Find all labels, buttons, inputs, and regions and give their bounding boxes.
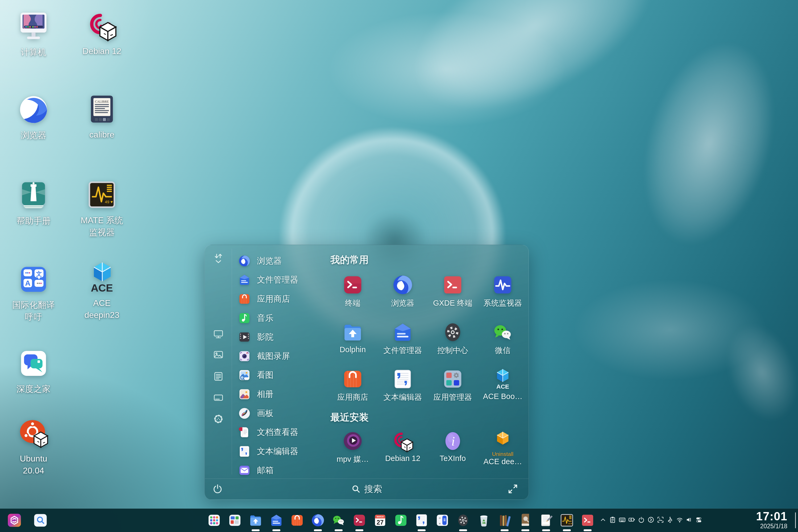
desktop-item-translate[interactable]: 文A国际化翻译 呼吁 — [0, 263, 68, 323]
tray-vol-icon[interactable] — [685, 516, 693, 524]
list-item-music[interactable]: 音乐 — [236, 308, 328, 328]
desktop-item-ace-deepin-desktop[interactable]: ACEACE deepin23 — [67, 262, 136, 321]
taskbar-app-music[interactable] — [394, 513, 408, 528]
taskbar-app-text-editor[interactable] — [414, 513, 429, 528]
tray-power-icon[interactable] — [637, 516, 645, 524]
movie-icon — [238, 330, 251, 344]
category-pictures-icon[interactable] — [212, 349, 224, 361]
list-item-docviewer[interactable]: 文档查看器 — [236, 423, 328, 442]
grid-item-wechat[interactable]: 微信 — [478, 321, 528, 356]
grid-item-recent-ace-orange[interactable]: UninstallACE dee… — [478, 430, 528, 466]
grid-item-filemanager[interactable]: 文件管理器 — [378, 321, 428, 356]
grid-item-texteditor[interactable]: 文本编辑器 — [378, 367, 428, 403]
list-item-album[interactable]: 相册 — [236, 385, 328, 404]
list-item-label: 看图 — [257, 369, 273, 381]
category-dock-icon[interactable] — [212, 392, 224, 403]
category-documents-icon[interactable] — [212, 370, 224, 382]
list-item-screenshot[interactable]: 截图录屏 — [236, 347, 328, 366]
list-item-draw[interactable]: 画板 — [236, 404, 328, 423]
taskbar-gxde-launcher-button[interactable] — [7, 513, 22, 528]
taskbar-app-notes[interactable] — [539, 513, 554, 528]
taskbar-app-mate-system-monitor[interactable]: 49 ♥ — [559, 513, 574, 528]
browser-icon — [238, 254, 251, 268]
tray-wifi-icon[interactable] — [676, 516, 684, 524]
tray-clipboard-icon[interactable] — [609, 516, 616, 524]
draw-icon — [238, 407, 251, 420]
taskbar-app-file-manager[interactable] — [269, 513, 284, 528]
launcher-search-bar[interactable]: 搜索 — [205, 478, 529, 499]
viewer-icon — [238, 368, 251, 382]
clock[interactable]: 17:01 2025/1/18 — [756, 510, 787, 529]
desktop-item-debian-box[interactable]: Debian 12 — [67, 10, 136, 57]
taskbar-app-calendar[interactable]: MARCH27 — [373, 513, 387, 528]
taskbar-app-browser[interactable] — [310, 513, 325, 528]
grid-item-appstore[interactable]: 应用商店 — [328, 367, 378, 403]
desktop-item-help-manual[interactable]: 帮助手册 — [0, 179, 68, 227]
svg-text:MARCH: MARCH — [377, 516, 384, 518]
grid-item-terminal-gxde[interactable]: GXDE 终端 — [428, 273, 478, 308]
list-item-appstore[interactable]: 应用商店 — [236, 289, 328, 308]
category-display-icon[interactable] — [212, 328, 224, 340]
docviewer-icon — [238, 425, 251, 439]
tray-next-icon[interactable] — [647, 516, 655, 524]
taskbar-app-app-store[interactable] — [290, 513, 305, 528]
taskbar-app-help-viewer[interactable] — [518, 513, 533, 528]
desktop-item-deepin-home[interactable]: 深度之家 — [0, 347, 68, 395]
desktop-item-mate-monitor[interactable]: 49 ♥MATE 系统 监视器 — [67, 179, 136, 239]
desktop-item-browser-desktop[interactable]: 浏览器 — [0, 94, 68, 141]
sort-order-icon[interactable] — [212, 251, 225, 266]
taskbar-app-calibre[interactable] — [497, 513, 512, 528]
taskbar-app-control-center[interactable] — [456, 513, 471, 528]
desktop-item-computer[interactable]: 计算机 — [0, 11, 68, 58]
taskbar-app-launcher[interactable] — [207, 513, 222, 528]
list-item-browser[interactable]: 浏览器 — [236, 251, 328, 270]
deepin-home-icon — [18, 347, 50, 379]
taskbar-app-gxde-terminal[interactable] — [580, 513, 595, 528]
grid-item-recent-mpv[interactable]: mpv 媒… — [328, 430, 378, 465]
running-indicator — [252, 529, 260, 531]
debian-box-icon — [391, 430, 414, 453]
list-item-viewer[interactable]: 看图 — [236, 366, 328, 385]
grid-item-dolphin[interactable]: Dolphin — [328, 321, 378, 354]
desktop-item-calibre-reader[interactable]: CALIBREcalibre — [67, 93, 136, 141]
taskbar-grand-search-button[interactable] — [33, 513, 48, 528]
show-desktop-button[interactable] — [795, 512, 796, 528]
grid-item-ace-cube[interactable]: ACEACE Boo… — [478, 367, 528, 401]
grid-item-recent-debian-box[interactable]: Debian 12 — [378, 430, 428, 463]
category-sphere-icon[interactable] — [212, 413, 224, 425]
grid-item-recent-texinfo[interactable]: iTeXInfo — [428, 430, 478, 463]
grid-item-browser[interactable]: 浏览器 — [378, 273, 428, 308]
desktop-item-label: 国际化翻译 呼吁 — [12, 299, 55, 323]
grid-item-label: ACE dee… — [483, 457, 522, 466]
taskbar-app-dolphin[interactable] — [248, 513, 263, 528]
taskbar-app-multitasking-view[interactable] — [227, 513, 242, 528]
terminal-deepin-icon — [341, 273, 364, 296]
running-indicator — [335, 529, 343, 531]
list-item-texteditor[interactable]: 文本编辑器 — [236, 442, 328, 461]
desktop-item-ubuntu-box[interactable]: Ubuntu 20.04 — [0, 417, 68, 477]
fullscreen-expand-icon[interactable] — [507, 483, 518, 494]
grid-item-terminal-deepin[interactable]: 终端 — [328, 273, 378, 308]
tray-shot-icon[interactable] — [657, 516, 664, 524]
tray-keyboard-icon[interactable] — [618, 516, 626, 524]
list-item-movie[interactable]: 影院 — [236, 327, 328, 347]
tray-usb-icon[interactable] — [666, 516, 674, 524]
tray-up-icon[interactable] — [599, 516, 607, 524]
tray-switch-icon[interactable] — [695, 516, 703, 524]
running-indicator — [314, 529, 322, 531]
list-item-mail[interactable]: 邮箱 — [236, 461, 328, 478]
grid-item-sysmon[interactable]: 系统监视器 — [478, 273, 528, 308]
sysmon-icon — [491, 273, 514, 296]
tray-battery-icon[interactable] — [628, 516, 636, 524]
taskbar-app-terminal[interactable] — [352, 513, 367, 528]
taskbar-app-wechat[interactable] — [331, 513, 346, 528]
taskbar-app-trash[interactable] — [476, 513, 491, 528]
running-indicator — [500, 529, 509, 531]
list-item-filemanager[interactable]: 文件管理器 — [236, 270, 328, 290]
list-item-label: 相册 — [257, 388, 273, 400]
running-indicator — [521, 529, 529, 531]
music-icon — [238, 311, 251, 325]
grid-item-controlcenter[interactable]: 控制中心 — [428, 321, 478, 356]
grid-item-appmanager[interactable]: 应用管理器 — [428, 367, 478, 403]
taskbar-app-calculator[interactable]: ÷× — [435, 513, 450, 528]
